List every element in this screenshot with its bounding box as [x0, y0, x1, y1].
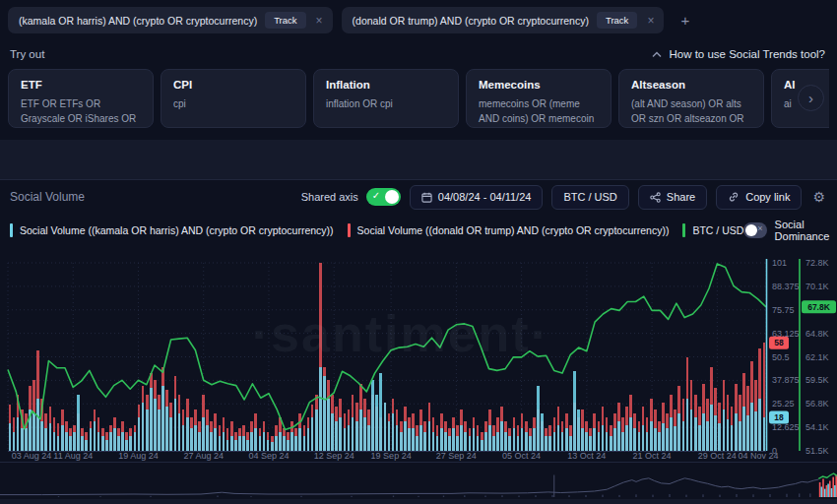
toggle-knob [745, 224, 757, 236]
svg-text:11 Aug 24: 11 Aug 24 [53, 451, 93, 461]
svg-text:04 Nov 24: 04 Nov 24 [738, 451, 778, 461]
card-description: inflation OR cpi [326, 96, 446, 111]
share-label: Share [667, 191, 695, 203]
card-description: (alt AND season) OR alts OR szn OR altse… [631, 96, 751, 128]
tryout-title: Try out [10, 48, 44, 60]
section-spacer [0, 140, 837, 179]
svg-text:19 Sep 24: 19 Sep 24 [371, 451, 412, 461]
timeline-minimap-wrap [0, 462, 837, 499]
shared-axis-toggle[interactable]: ✓ [366, 188, 401, 206]
top-section: (kamala OR harris) AND (crypto OR crypto… [0, 0, 837, 140]
svg-text:51.5K: 51.5K [805, 446, 829, 456]
shared-axis-label: Shared axis [301, 191, 358, 203]
panel-title: Social Volume [10, 190, 85, 204]
social-dominance-control: × Social Dominance [743, 219, 837, 242]
legend-marker-icon [348, 223, 351, 237]
card-title: Altseason [631, 79, 751, 91]
svg-text:05 Oct 24: 05 Oct 24 [502, 451, 541, 461]
svg-text:62.1K: 62.1K [805, 352, 829, 362]
chart-area: ·santiment· 10172.8K88.37570.1K75.7567.4… [0, 247, 837, 462]
timeline-minimap[interactable] [0, 463, 837, 500]
svg-text:29 Oct 24: 29 Oct 24 [698, 451, 737, 461]
svg-text:64.8K: 64.8K [805, 329, 829, 339]
tryout-card[interactable]: ETFETF OR ETFs OR Grayscale OR iShares O… [8, 69, 154, 128]
svg-text:72.8K: 72.8K [805, 258, 829, 268]
tryout-card[interactable]: CPIcpi [161, 69, 306, 128]
carousel-next-button[interactable]: › [798, 85, 824, 111]
copy-link-button[interactable]: Copy link [716, 185, 802, 210]
legend-item[interactable]: Social Volume ((kamala OR harris) AND (c… [10, 223, 334, 237]
track-button[interactable]: Track [597, 12, 637, 29]
close-icon[interactable]: × [314, 14, 325, 28]
asset-button[interactable]: BTC / USD [551, 185, 628, 210]
card-description: cpi [173, 96, 293, 111]
svg-text:03 Aug 24: 03 Aug 24 [12, 451, 52, 461]
svg-text:27 Aug 24: 27 Aug 24 [183, 451, 224, 461]
card-description: memecoins OR (meme AND coins) OR memecoi… [479, 96, 599, 128]
track-button[interactable]: Track [265, 12, 305, 29]
calendar-icon [421, 192, 432, 203]
chevron-right-icon: › [808, 90, 813, 106]
svg-text:50.5: 50.5 [772, 352, 790, 362]
close-icon[interactable]: × [645, 14, 656, 28]
svg-text:18: 18 [774, 412, 784, 422]
svg-text:19 Aug 24: 19 Aug 24 [118, 451, 159, 461]
copy-link-label: Copy link [745, 191, 790, 203]
legend-item[interactable]: Social Volume ((donald OR trump) AND (cr… [348, 223, 670, 237]
legend-item[interactable]: BTC / USD [682, 223, 743, 237]
chevron-up-icon [652, 51, 662, 58]
legend-marker-icon [682, 223, 685, 237]
svg-text:88.375: 88.375 [772, 282, 800, 291]
svg-text:75.75: 75.75 [772, 305, 795, 315]
card-description: ETF OR ETFs OR Grayscale OR iShares OR b… [21, 96, 141, 128]
query-chip[interactable]: (donald OR trump) AND (crypto OR cryptoc… [342, 7, 665, 33]
x-icon: × [757, 223, 762, 233]
query-chip-row: (kamala OR harris) AND (crypto OR crypto… [8, 7, 829, 33]
svg-text:37.875: 37.875 [772, 375, 800, 385]
query-chip[interactable]: (kamala OR harris) AND (crypto OR crypto… [8, 7, 333, 33]
svg-text:101: 101 [772, 258, 787, 268]
link-icon [728, 191, 740, 203]
tryout-header: Try out How to use Social Trends tool? [10, 48, 825, 60]
tryout-card[interactable]: Memecoinsmemecoins OR (meme AND coins) O… [466, 69, 612, 128]
svg-text:70.1K: 70.1K [805, 282, 829, 291]
how-to-use-link[interactable]: How to use Social Trends tool? [652, 48, 825, 60]
svg-text:25.25: 25.25 [772, 399, 795, 409]
add-query-button[interactable]: + [673, 10, 697, 31]
asset-label: BTC / USD [563, 191, 616, 203]
svg-text:59.5K: 59.5K [805, 375, 829, 385]
social-volume-chart[interactable]: 10172.8K88.37570.1K75.7567.4K63.12564.8K… [0, 247, 837, 462]
share-icon [650, 192, 661, 203]
card-title: CPI [173, 79, 293, 91]
social-dominance-toggle[interactable]: × [743, 222, 766, 238]
svg-text:04 Sep 24: 04 Sep 24 [248, 451, 289, 461]
date-range-button[interactable]: 04/08/24 - 04/11/24 [410, 185, 544, 210]
share-button[interactable]: Share [638, 185, 707, 210]
svg-text:21 Oct 24: 21 Oct 24 [633, 451, 672, 461]
query-text: (kamala OR harris) AND (crypto OR crypto… [19, 15, 257, 27]
tryout-card[interactable]: Inflationinflation OR cpi [313, 69, 459, 128]
legend-label: Social Volume ((donald OR trump) AND (cr… [357, 224, 670, 236]
chart-controls: Shared axis ✓ 04/08/24 - 04/11/24 BTC / … [301, 185, 827, 210]
toggle-knob [385, 190, 399, 204]
date-range-label: 04/08/24 - 04/11/24 [438, 191, 532, 203]
svg-text:54.1K: 54.1K [805, 422, 829, 432]
check-icon: ✓ [372, 190, 380, 201]
shared-axis-control: Shared axis ✓ [301, 188, 401, 206]
tryout-card[interactable]: Altseason(alt AND season) OR alts OR szn… [618, 69, 764, 128]
svg-text:58: 58 [774, 338, 784, 347]
card-title: Memecoins [479, 79, 599, 91]
svg-text:67.8K: 67.8K [807, 302, 831, 312]
tryout-cards-wrap: ETFETF OR ETFs OR Grayscale OR iShares O… [8, 69, 829, 128]
legend-row: Social Volume ((kamala OR harris) AND (c… [0, 214, 837, 247]
how-to-use-label: How to use Social Trends tool? [669, 48, 825, 60]
svg-text:27 Sep 24: 27 Sep 24 [436, 451, 477, 461]
tryout-cards-row: ETFETF OR ETFs OR Grayscale OR iShares O… [8, 69, 829, 128]
settings-gear-icon[interactable]: ⚙ [810, 189, 827, 205]
svg-text:12.625: 12.625 [772, 422, 800, 432]
svg-text:12 Sep 24: 12 Sep 24 [314, 451, 354, 461]
legend-label: Social Volume ((kamala OR harris) AND (c… [20, 224, 334, 236]
query-text: (donald OR trump) AND (crypto OR cryptoc… [353, 15, 589, 27]
social-volume-panel: Social Volume Shared axis ✓ 04/08/24 - 0… [0, 179, 837, 499]
svg-text:56.8K: 56.8K [805, 399, 829, 409]
